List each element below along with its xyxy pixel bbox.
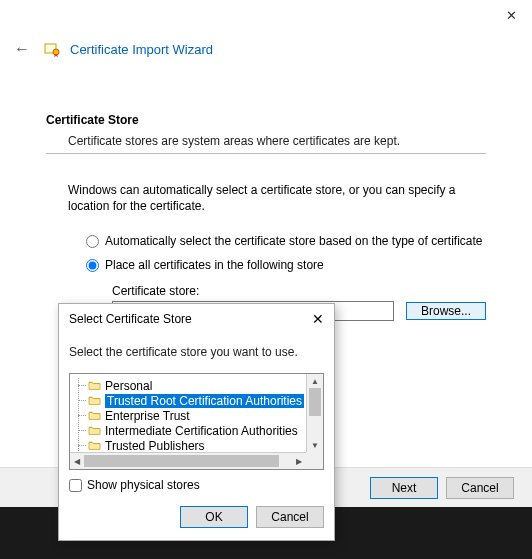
page-title: Certificate Import Wizard <box>70 42 213 57</box>
divider <box>46 153 486 154</box>
radio-place-input[interactable] <box>86 259 99 272</box>
dialog-cancel-button[interactable]: Cancel <box>256 506 324 528</box>
scroll-right-arrow-icon[interactable]: ▶ <box>292 453 306 469</box>
section-title: Certificate Store <box>46 113 486 127</box>
browse-button[interactable]: Browse... <box>406 302 486 320</box>
tree-item[interactable]: Trusted Root Certification Authorities <box>70 393 323 408</box>
content-area: Certificate Store Certificate stores are… <box>0 58 532 321</box>
show-physical-checkbox[interactable] <box>69 479 82 492</box>
tree-item[interactable]: Enterprise Trust <box>70 408 323 423</box>
next-button[interactable]: Next <box>370 477 438 499</box>
tree-item[interactable]: Personal <box>70 378 323 393</box>
horizontal-scrollbar[interactable]: ◀ ▶ <box>70 452 306 469</box>
cert-store-treeview[interactable]: PersonalTrusted Root Certification Autho… <box>69 373 324 470</box>
dialog-subtitle: Select the certificate store you want to… <box>59 331 334 369</box>
scroll-corner <box>306 452 323 469</box>
ok-button[interactable]: OK <box>180 506 248 528</box>
folder-icon <box>88 395 101 406</box>
cert-store-label: Certificate store: <box>112 284 486 298</box>
back-arrow-icon[interactable]: ← <box>10 40 34 58</box>
horizontal-scroll-thumb[interactable] <box>84 455 279 467</box>
wizard-header: ← Certificate Import Wizard <box>0 0 532 58</box>
show-physical-stores[interactable]: Show physical stores <box>59 470 334 500</box>
description-text: Windows can automatically select a certi… <box>68 182 486 214</box>
folder-icon <box>88 410 101 421</box>
dialog-title: Select Certificate Store <box>69 312 192 326</box>
tree-item[interactable]: Intermediate Certification Authorities <box>70 423 323 438</box>
section-subtitle: Certificate stores are system areas wher… <box>68 134 486 148</box>
folder-icon <box>88 425 101 436</box>
scroll-down-arrow-icon[interactable]: ▼ <box>307 438 323 452</box>
folder-icon <box>88 380 101 391</box>
scroll-up-arrow-icon[interactable]: ▲ <box>307 374 323 388</box>
radio-auto-select[interactable]: Automatically select the certificate sto… <box>86 234 486 248</box>
show-physical-label: Show physical stores <box>87 478 200 492</box>
radio-place-all[interactable]: Place all certificates in the following … <box>86 258 486 272</box>
scroll-left-arrow-icon[interactable]: ◀ <box>70 453 84 469</box>
tree-item-label: Intermediate Certification Authorities <box>105 424 298 438</box>
tree-item-label: Personal <box>105 379 152 393</box>
vertical-scroll-thumb[interactable] <box>309 388 321 416</box>
tree-item[interactable]: Trusted Publishers <box>70 438 323 453</box>
select-cert-store-dialog: Select Certificate Store ✕ Select the ce… <box>58 303 335 541</box>
tree-item-label: Enterprise Trust <box>105 409 190 423</box>
cancel-button[interactable]: Cancel <box>446 477 514 499</box>
folder-icon <box>88 440 101 451</box>
radio-auto-label: Automatically select the certificate sto… <box>105 234 483 248</box>
tree-item-label: Trusted Root Certification Authorities <box>105 394 304 408</box>
radio-place-label: Place all certificates in the following … <box>105 258 324 272</box>
vertical-scrollbar[interactable]: ▲ ▼ <box>306 374 323 452</box>
certificate-icon <box>44 41 60 57</box>
tree-item-label: Trusted Publishers <box>105 439 205 453</box>
dialog-close-icon[interactable]: ✕ <box>312 311 324 327</box>
close-icon[interactable]: ✕ <box>506 8 517 23</box>
radio-auto-input[interactable] <box>86 235 99 248</box>
